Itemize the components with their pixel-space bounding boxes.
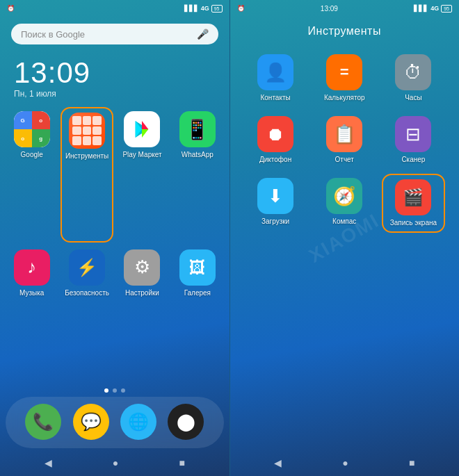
page-dots [0, 384, 230, 397]
status-left-right: ⏰ [237, 5, 245, 12]
status-bar-right: ⏰ 13:09 ▋▋▋ 4G 95 [230, 0, 460, 15]
search-placeholder-text: Поиск в Google [21, 29, 85, 40]
app-item-calculator[interactable]: = Калькулятор [313, 50, 376, 106]
app-item-screenrecord[interactable]: 🎬 Запись экрана [382, 174, 445, 233]
battery-indicator: 95 [211, 5, 223, 13]
app-label-tools: Инструменты [65, 152, 108, 161]
signal-bars-right: ▋▋▋ [414, 5, 428, 12]
app-item-downloads[interactable]: ⬇ Загрузки [244, 174, 307, 233]
app-icon-tools [69, 113, 105, 149]
app-label-downloads: Загрузки [261, 218, 289, 226]
time-display: 13:09 Пн, 1 июля [0, 51, 230, 100]
nav-back[interactable]: ◀ [45, 457, 52, 468]
nav-back-right[interactable]: ◀ [274, 457, 282, 468]
status-bar-left: ⏰ ▋▋▋ 4G 95 [0, 0, 230, 15]
app-label-gallery: Галерея [184, 289, 211, 297]
clock-date: Пн, 1 июля [14, 89, 216, 99]
app-label-google: Google [21, 151, 43, 159]
status-right-right: ▋▋▋ 4G 95 [414, 5, 452, 13]
dock-browser[interactable]: 🌐 [120, 404, 156, 440]
app-icon-security: ⚡ [69, 249, 105, 286]
nav-home-right[interactable]: ● [342, 457, 348, 468]
dock-phone[interactable]: 📞 [25, 404, 61, 440]
dot-3 [121, 388, 125, 393]
app-item-scanner[interactable]: ⊟ Сканер [382, 112, 445, 168]
nav-recents[interactable]: ■ [179, 457, 184, 468]
app-icon-recorder: ⏺ [257, 116, 293, 152]
app-icon-notes: 📋 [326, 116, 362, 152]
alarm-icon: ⏰ [7, 5, 15, 12]
app-item-music[interactable]: ♪ Музыка [6, 245, 58, 378]
app-label-compass: Компас [332, 218, 356, 226]
svg-marker-2 [142, 121, 148, 129]
folder-app-grid: 👤 Контакты = Калькулятор ⏱ Часы ⏺ Диктоф… [230, 44, 460, 238]
app-icon-contacts: 👤 [257, 54, 293, 90]
app-label-settings: Настройки [125, 289, 159, 297]
dock-messages[interactable]: 💬 [73, 404, 109, 440]
signal-bars: ▋▋▋ [184, 5, 199, 12]
app-item-security[interactable]: ⚡ Безопасность [61, 245, 113, 378]
dot-2 [113, 388, 117, 393]
dock: 📞 💬 🌐 ⬤ [6, 397, 224, 448]
app-item-recorder[interactable]: ⏺ Диктофон [244, 112, 307, 168]
app-icon-settings: ⚙ [124, 249, 160, 286]
app-item-settings[interactable]: ⚙ Настройки [116, 245, 168, 378]
app-item-google[interactable]: G o o g Google [6, 107, 58, 243]
app-icon-whatsapp: 📱 [179, 111, 216, 147]
status-left-icons: ⏰ [7, 5, 15, 12]
alarm-icon-right: ⏰ [237, 5, 245, 12]
dot-1 [104, 388, 108, 393]
app-label-notes: Отчет [335, 156, 354, 164]
app-item-playmarket[interactable]: Play Маркет [116, 107, 168, 243]
app-item-notes[interactable]: 📋 Отчет [313, 112, 376, 168]
status-right-icons: ▋▋▋ 4G 95 [184, 5, 223, 13]
app-icon-gallery: 🖼 [179, 249, 216, 286]
app-label-whatsapp: WhatsApp [182, 151, 214, 159]
nav-bar-left: ◀ ● ■ [0, 451, 230, 476]
app-item-contacts[interactable]: 👤 Контакты [244, 50, 307, 106]
battery-right: 95 [441, 5, 452, 13]
app-grid: G o o g Google Инструменты [0, 100, 230, 384]
app-icon-google: G o o g [14, 111, 50, 147]
left-phone: ⏰ ▋▋▋ 4G 95 Поиск в Google 🎤 13:09 Пн, 1… [0, 0, 230, 476]
app-label-contacts: Контакты [260, 94, 290, 102]
app-icon-screenrecord: 🎬 [395, 179, 431, 215]
app-label-scanner: Сканер [401, 156, 425, 164]
app-label-playmarket: Play Маркет [122, 151, 161, 159]
app-label-recorder: Диктофон [259, 156, 291, 164]
network-type: 4G [201, 5, 209, 12]
app-label-music: Музыка [19, 289, 44, 297]
svg-marker-3 [142, 129, 148, 138]
dock-camera[interactable]: ⬤ [168, 404, 204, 440]
app-icon-playmarket [124, 111, 160, 147]
nav-home[interactable]: ● [113, 457, 118, 468]
nav-recents-right[interactable]: ■ [409, 457, 414, 468]
nav-bar-right: ◀ ● ■ [230, 451, 460, 476]
app-item-whatsapp[interactable]: 📱 WhatsApp [171, 107, 223, 243]
search-bar[interactable]: Поиск в Google 🎤 [11, 24, 218, 44]
right-phone: XIAOMI ⏰ 13:09 ▋▋▋ 4G 95 Инструменты 👤 К… [230, 0, 460, 476]
clock-time: 13:09 [14, 58, 216, 88]
app-icon-clock: ⏱ [395, 54, 431, 90]
folder-title: Инструменты [230, 15, 460, 44]
app-item-tools[interactable]: Инструменты [61, 107, 113, 243]
app-label-security: Безопасность [65, 289, 109, 297]
mic-icon[interactable]: 🎤 [197, 28, 209, 40]
app-icon-downloads: ⬇ [257, 178, 293, 214]
network-type-right: 4G [430, 5, 439, 12]
app-item-gallery[interactable]: 🖼 Галерея [171, 245, 223, 378]
app-icon-music: ♪ [14, 249, 50, 286]
app-label-clock: Часы [405, 94, 421, 102]
app-item-compass[interactable]: 🧭 Компас [313, 174, 376, 233]
app-icon-calculator: = [326, 54, 362, 90]
app-item-clock[interactable]: ⏱ Часы [382, 50, 445, 106]
app-icon-scanner: ⊟ [395, 116, 431, 152]
app-label-calculator: Калькулятор [324, 94, 365, 102]
status-time-right: 13:09 [321, 5, 338, 13]
app-label-screenrecord: Запись экрана [390, 219, 437, 227]
app-icon-compass: 🧭 [326, 178, 362, 214]
